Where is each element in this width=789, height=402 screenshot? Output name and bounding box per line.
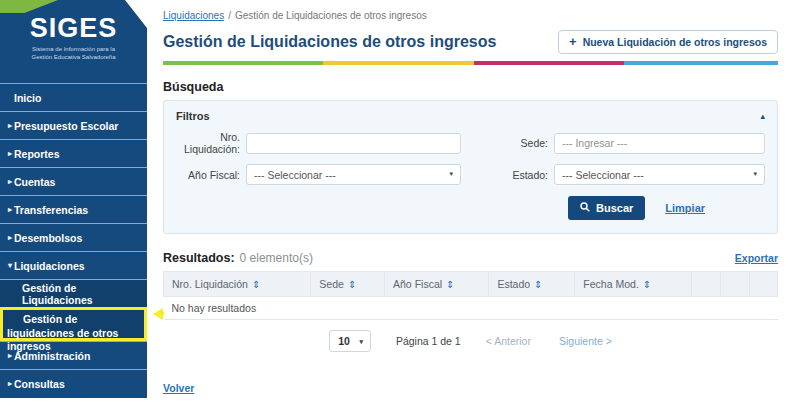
sidebar-item-consultas[interactable]: ▸ Consultas <box>0 369 147 397</box>
dropdown-caret-icon: ▾ <box>753 170 757 178</box>
chevron-right-icon: ▸ <box>0 233 13 242</box>
app-window: SIGES Sistema de Información para la Ges… <box>0 0 789 402</box>
sort-icon: ⇕ <box>348 279 356 290</box>
new-liquidacion-button[interactable]: + Nueva Liquidación de otros ingresos <box>558 30 778 54</box>
table-header-row: Nro. Liquidación⇕ Sede⇕ Año Fiscal⇕ Esta… <box>164 272 778 297</box>
chevron-right-icon: ▸ <box>0 351 13 360</box>
estado-label: Estado: <box>503 169 548 181</box>
sidebar-menu: Inicio ▸ Presupuesto Escolar ▸ Reportes … <box>0 83 147 397</box>
column-header-fecha-mod[interactable]: Fecha Mod.⇕ <box>575 272 692 297</box>
page-size-select[interactable]: 10 ▾ <box>329 330 371 352</box>
volver-link[interactable]: Volver <box>163 382 194 394</box>
breadcrumb-current: Gestión de Liquidaciones de otros ingres… <box>235 10 427 21</box>
exportar-link[interactable]: Exportar <box>735 252 778 264</box>
limpiar-link[interactable]: Limpiar <box>665 202 705 214</box>
app-logo-text: SIGES <box>0 15 147 42</box>
column-header-empty-2 <box>720 272 749 297</box>
sidebar-subitem-gestion-liquidaciones-otros-ingresos[interactable]: Gestión de liquidaciones de otros ingres… <box>0 307 147 341</box>
sort-icon: ⇕ <box>252 279 260 290</box>
column-header-anio-fiscal[interactable]: Año Fiscal⇕ <box>385 272 489 297</box>
accent-blue-segment <box>624 61 778 65</box>
collapse-panel-icon[interactable]: ▴ <box>760 111 765 121</box>
main-content: Liquidaciones/Gestión de Liquidaciones d… <box>147 0 789 396</box>
nro-liquidacion-input[interactable] <box>246 133 461 154</box>
accent-green-segment <box>163 61 323 65</box>
column-header-estado[interactable]: Estado⇕ <box>489 272 575 297</box>
plus-icon: + <box>569 37 577 47</box>
sidebar: SIGES Sistema de Información para la Ges… <box>0 0 147 398</box>
sidebar-item-desembolsos[interactable]: ▸ Desembolsos <box>0 223 147 251</box>
filters-title: Filtros <box>176 110 210 122</box>
sede-label: Sede: <box>503 137 548 149</box>
sidebar-item-transferencias[interactable]: ▸ Transferencias <box>0 195 147 223</box>
chevron-right-icon: ▸ <box>0 177 13 186</box>
app-tagline: Sistema de Información para la Gestión E… <box>0 45 147 61</box>
filter-actions: Buscar Limpiar <box>176 196 765 220</box>
chevron-right-icon: ▸ <box>0 205 13 214</box>
filter-row-1: Nro. Liquidación: Sede: <box>176 131 765 155</box>
page-header: Gestión de Liquidaciones de otros ingres… <box>163 30 778 54</box>
chevron-right-icon: ▸ <box>0 379 13 388</box>
accent-color-bar <box>163 61 778 65</box>
results-count: 0 elemento(s) <box>240 251 313 265</box>
column-header-sede[interactable]: Sede⇕ <box>311 272 385 297</box>
anio-fiscal-label: Año Fiscal: <box>176 169 240 181</box>
sidebar-item-presupuesto-escolar[interactable]: ▸ Presupuesto Escolar <box>0 111 147 139</box>
table-empty-row: No hay resultados <box>164 297 778 320</box>
column-header-nro-liquidacion[interactable]: Nro. Liquidación⇕ <box>164 272 311 297</box>
search-heading: Búsqueda <box>163 80 778 94</box>
sidebar-item-cuentas[interactable]: ▸ Cuentas <box>0 167 147 195</box>
estado-select[interactable]: --- Seleccionar --- ▾ <box>554 164 765 185</box>
column-header-empty-1 <box>692 272 721 297</box>
filters-panel: Filtros ▴ Nro. Liquidación: Sede: Año Fi… <box>163 100 778 234</box>
results-label: Resultados: <box>163 251 235 265</box>
sort-icon: ⇕ <box>643 279 651 290</box>
sidebar-item-reportes[interactable]: ▸ Reportes <box>0 139 147 167</box>
chevron-right-icon: ▸ <box>0 121 13 130</box>
dropdown-caret-icon: ▾ <box>449 170 453 178</box>
accent-yellow-segment <box>323 61 474 65</box>
sidebar-item-inicio[interactable]: Inicio <box>0 83 147 111</box>
empty-results-message: No hay resultados <box>164 297 778 320</box>
column-header-empty-3 <box>749 272 777 297</box>
accent-magenta-segment <box>474 61 625 65</box>
breadcrumb: Liquidaciones/Gestión de Liquidaciones d… <box>163 10 778 21</box>
sede-input[interactable] <box>554 133 765 154</box>
breadcrumb-separator: / <box>228 10 231 21</box>
results-header: Resultados: 0 elemento(s) Exportar <box>163 251 778 265</box>
anio-fiscal-select[interactable]: --- Seleccionar --- ▾ <box>246 164 461 185</box>
sidebar-item-liquidaciones[interactable]: ▾ Liquidaciones <box>0 251 147 279</box>
filter-row-2: Año Fiscal: --- Seleccionar --- ▾ Estado… <box>176 164 765 185</box>
page-info: Página 1 de 1 <box>396 335 461 347</box>
sort-icon: ⇕ <box>534 279 542 290</box>
dropdown-caret-icon: ▾ <box>359 338 363 346</box>
sidebar-subitem-gestion-de-liquidaciones[interactable]: Gestión de Liquidaciones <box>0 279 147 307</box>
pagination: 10 ▾ Página 1 de 1 < Anterior Siguiente … <box>163 330 778 352</box>
sort-icon: ⇕ <box>446 279 454 290</box>
nro-liquidacion-label: Nro. Liquidación: <box>176 131 240 155</box>
page-title: Gestión de Liquidaciones de otros ingres… <box>163 33 496 51</box>
breadcrumb-link-liquidaciones[interactable]: Liquidaciones <box>163 10 224 21</box>
buscar-button[interactable]: Buscar <box>568 196 645 220</box>
siguiente-link[interactable]: Siguiente > <box>559 335 612 347</box>
anterior-link[interactable]: < Anterior <box>486 335 531 347</box>
search-icon <box>580 202 590 214</box>
chevron-down-icon: ▾ <box>0 261 13 270</box>
chevron-right-icon: ▸ <box>0 149 13 158</box>
results-table: Nro. Liquidación⇕ Sede⇕ Año Fiscal⇕ Esta… <box>163 271 778 320</box>
